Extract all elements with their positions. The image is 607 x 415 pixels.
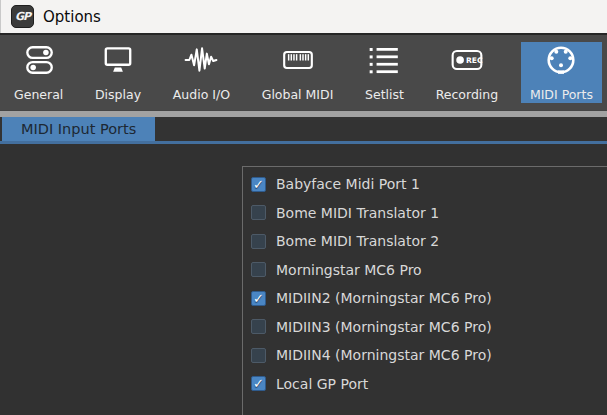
toolbar-button[interactable]: General: [5, 42, 72, 103]
midi-port-row[interactable]: Local GP Port: [251, 372, 607, 396]
toolbar-button[interactable]: Global MIDI: [253, 42, 343, 103]
toolbar-button[interactable]: Audio I/O: [164, 42, 239, 103]
port-label: Bome MIDI Translator 1: [276, 205, 439, 221]
toolbar-button-label: Recording: [436, 87, 499, 102]
port-checkbox[interactable]: [251, 348, 266, 363]
tab-bar: MIDI Input Ports: [0, 117, 607, 141]
toggles-icon: [22, 45, 56, 75]
toolbar-button-label: MIDI Ports: [530, 87, 593, 102]
port-label: Morningstar MC6 Pro: [276, 262, 422, 278]
toolbar-button-label: Setlist: [365, 87, 404, 102]
midi-port-row[interactable]: MIDIIN2 (Morningstar MC6 Pro): [251, 286, 607, 310]
toolbar-button[interactable]: REC Recording: [427, 42, 508, 103]
tab-midi-input-ports[interactable]: MIDI Input Ports: [2, 117, 155, 141]
window-title: Options: [43, 8, 101, 26]
midi-input-ports-panel: Babyface Midi Port 1 Bome MIDI Translato…: [242, 166, 607, 415]
midi-port-row[interactable]: Morningstar MC6 Pro: [251, 258, 607, 282]
port-label: Local GP Port: [276, 376, 368, 392]
midi-port-row[interactable]: Bome MIDI Translator 1: [251, 201, 607, 225]
port-label: MIDIIN4 (Morningstar MC6 Pro): [276, 347, 492, 363]
port-label: MIDIIN2 (Morningstar MC6 Pro): [276, 290, 492, 306]
port-checkbox[interactable]: [251, 262, 266, 277]
titlebar: GP Options: [0, 0, 607, 33]
midi-keyboard-icon: [281, 45, 315, 75]
app-logo-icon: GP: [11, 5, 34, 28]
toolbar-button-label: Display: [95, 87, 141, 102]
waveform-icon: [184, 45, 218, 75]
toolbar-button[interactable]: MIDI Ports: [521, 42, 602, 103]
port-label: MIDIIN3 (Morningstar MC6 Pro): [276, 319, 492, 335]
options-window: GP Options General Display Audio I/O Glo…: [0, 0, 607, 415]
toolbar-separator: [0, 110, 607, 117]
port-checkbox[interactable]: [251, 205, 266, 220]
midi-port-row[interactable]: MIDIIN4 (Morningstar MC6 Pro): [251, 343, 607, 367]
options-toolbar: General Display Audio I/O Global MIDI Se…: [0, 33, 607, 110]
midi-port-row[interactable]: Bome MIDI Translator 2: [251, 229, 607, 253]
monitor-icon: [101, 45, 135, 75]
toolbar-button[interactable]: Setlist: [356, 42, 413, 103]
record-icon: REC: [450, 45, 484, 75]
midi-port-row[interactable]: MIDIIN3 (Morningstar MC6 Pro): [251, 315, 607, 339]
port-checkbox[interactable]: [251, 291, 266, 306]
port-checkbox[interactable]: [251, 177, 266, 192]
setlist-icon: [367, 45, 401, 75]
port-checkbox[interactable]: [251, 319, 266, 334]
toolbar-button-label: General: [14, 87, 63, 102]
toolbar-button[interactable]: Display: [86, 42, 150, 103]
port-label: Babyface Midi Port 1: [276, 176, 420, 192]
svg-text:REC: REC: [466, 56, 483, 65]
midi-din-icon: [544, 45, 578, 75]
port-label: Bome MIDI Translator 2: [276, 233, 439, 249]
content-area: Babyface Midi Port 1 Bome MIDI Translato…: [0, 144, 607, 415]
tab-label: MIDI Input Ports: [21, 121, 136, 137]
port-checkbox[interactable]: [251, 376, 266, 391]
midi-port-row[interactable]: Babyface Midi Port 1: [251, 172, 607, 196]
toolbar-button-label: Global MIDI: [262, 87, 334, 102]
port-checkbox[interactable]: [251, 234, 266, 249]
toolbar-button-label: Audio I/O: [173, 87, 230, 102]
